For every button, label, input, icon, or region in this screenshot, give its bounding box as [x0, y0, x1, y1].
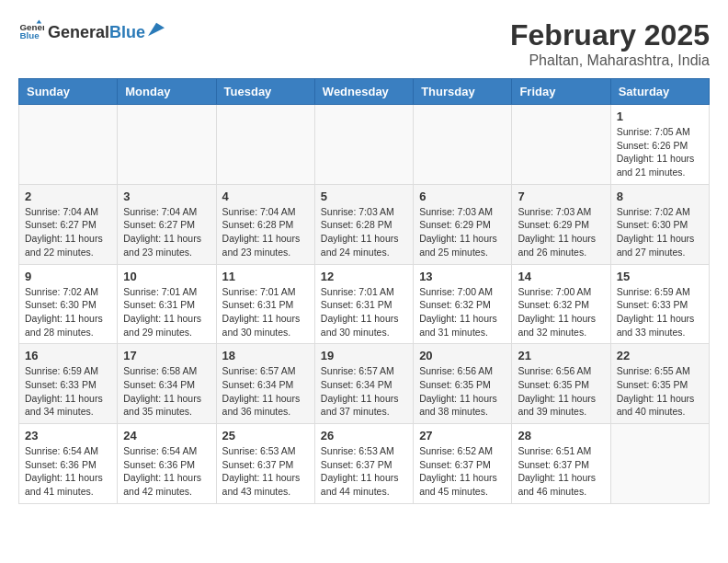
day-number: 4: [222, 190, 309, 203]
day-info: Sunrise: 6:54 AM Sunset: 6:36 PM Dayligh…: [123, 444, 210, 499]
calendar-day-cell: 25Sunrise: 6:53 AM Sunset: 6:37 PM Dayli…: [216, 424, 314, 504]
day-number: 13: [419, 270, 506, 283]
day-info: Sunrise: 7:03 AM Sunset: 6:29 PM Dayligh…: [518, 205, 604, 259]
day-info: Sunrise: 7:00 AM Sunset: 6:32 PM Dayligh…: [518, 285, 604, 339]
day-info: Sunrise: 7:00 AM Sunset: 6:32 PM Dayligh…: [419, 285, 506, 339]
day-info: Sunrise: 6:57 AM Sunset: 6:34 PM Dayligh…: [321, 364, 407, 419]
day-info: Sunrise: 7:03 AM Sunset: 6:28 PM Dayligh…: [321, 205, 407, 259]
calendar-day-cell: 5Sunrise: 7:03 AM Sunset: 6:28 PM Daylig…: [314, 184, 413, 264]
calendar-day-cell: 23Sunrise: 6:54 AM Sunset: 6:36 PM Dayli…: [19, 424, 118, 504]
calendar-day-cell: 22Sunrise: 6:55 AM Sunset: 6:35 PM Dayli…: [610, 344, 709, 424]
title-section: February 2025 Phaltan, Maharashtra, Indi…: [510, 18, 710, 69]
calendar-header-saturday: Saturday: [610, 79, 709, 105]
day-number: 12: [321, 270, 407, 283]
calendar-day-cell: 13Sunrise: 7:00 AM Sunset: 6:32 PM Dayli…: [414, 264, 512, 344]
calendar-day-cell: [314, 105, 413, 185]
calendar-day-cell: [118, 105, 216, 185]
day-info: Sunrise: 7:03 AM Sunset: 6:29 PM Dayligh…: [419, 205, 506, 259]
day-number: 8: [617, 190, 703, 203]
calendar-header-row: SundayMondayTuesdayWednesdayThursdayFrid…: [19, 79, 710, 105]
day-number: 6: [419, 190, 506, 203]
calendar-day-cell: 19Sunrise: 6:57 AM Sunset: 6:34 PM Dayli…: [314, 344, 413, 424]
day-number: 7: [518, 190, 604, 203]
logo-blue: Blue: [109, 23, 145, 42]
calendar-day-cell: [414, 105, 512, 185]
calendar-day-cell: [610, 424, 709, 504]
day-number: 21: [518, 349, 604, 362]
day-number: 15: [617, 270, 703, 283]
svg-text:Blue: Blue: [19, 30, 40, 40]
calendar-day-cell: 15Sunrise: 6:59 AM Sunset: 6:33 PM Dayli…: [610, 264, 709, 344]
day-info: Sunrise: 7:01 AM Sunset: 6:31 PM Dayligh…: [123, 285, 210, 339]
day-number: 24: [123, 429, 210, 442]
calendar-day-cell: 7Sunrise: 7:03 AM Sunset: 6:29 PM Daylig…: [512, 184, 610, 264]
calendar-day-cell: 14Sunrise: 7:00 AM Sunset: 6:32 PM Dayli…: [512, 264, 610, 344]
day-number: 9: [25, 270, 111, 283]
day-info: Sunrise: 6:56 AM Sunset: 6:35 PM Dayligh…: [518, 364, 604, 419]
day-number: 20: [419, 349, 506, 362]
calendar-day-cell: 2Sunrise: 7:04 AM Sunset: 6:27 PM Daylig…: [19, 184, 118, 264]
calendar-day-cell: 8Sunrise: 7:02 AM Sunset: 6:30 PM Daylig…: [610, 184, 709, 264]
calendar-day-cell: [512, 105, 610, 185]
day-info: Sunrise: 7:04 AM Sunset: 6:28 PM Dayligh…: [222, 205, 309, 259]
calendar-day-cell: 1Sunrise: 7:05 AM Sunset: 6:26 PM Daylig…: [610, 105, 709, 185]
calendar-week-row: 1Sunrise: 7:05 AM Sunset: 6:26 PM Daylig…: [19, 105, 710, 185]
calendar-day-cell: 12Sunrise: 7:01 AM Sunset: 6:31 PM Dayli…: [314, 264, 413, 344]
calendar-header-friday: Friday: [512, 79, 610, 105]
day-number: 26: [321, 429, 407, 442]
day-number: 3: [123, 190, 210, 203]
day-info: Sunrise: 6:59 AM Sunset: 6:33 PM Dayligh…: [617, 285, 703, 339]
calendar-week-row: 2Sunrise: 7:04 AM Sunset: 6:27 PM Daylig…: [19, 184, 710, 264]
day-number: 14: [518, 270, 604, 283]
calendar-day-cell: 26Sunrise: 6:53 AM Sunset: 6:37 PM Dayli…: [314, 424, 413, 504]
day-number: 28: [518, 429, 604, 442]
calendar-header-sunday: Sunday: [19, 79, 118, 105]
day-info: Sunrise: 6:57 AM Sunset: 6:34 PM Dayligh…: [222, 364, 309, 419]
day-number: 18: [222, 349, 309, 362]
day-info: Sunrise: 7:01 AM Sunset: 6:31 PM Dayligh…: [222, 285, 309, 339]
day-number: 16: [25, 349, 111, 362]
day-info: Sunrise: 6:53 AM Sunset: 6:37 PM Dayligh…: [222, 444, 309, 499]
calendar-header-thursday: Thursday: [414, 79, 512, 105]
day-number: 1: [617, 109, 703, 123]
day-number: 22: [617, 349, 703, 362]
calendar-week-row: 9Sunrise: 7:02 AM Sunset: 6:30 PM Daylig…: [19, 264, 710, 344]
calendar-day-cell: 17Sunrise: 6:58 AM Sunset: 6:34 PM Dayli…: [118, 344, 216, 424]
calendar-day-cell: 3Sunrise: 7:04 AM Sunset: 6:27 PM Daylig…: [118, 184, 216, 264]
day-info: Sunrise: 7:02 AM Sunset: 6:30 PM Dayligh…: [25, 285, 111, 339]
calendar-day-cell: 24Sunrise: 6:54 AM Sunset: 6:36 PM Dayli…: [118, 424, 216, 504]
day-info: Sunrise: 7:04 AM Sunset: 6:27 PM Dayligh…: [123, 205, 210, 259]
day-info: Sunrise: 6:55 AM Sunset: 6:35 PM Dayligh…: [617, 364, 703, 419]
calendar-day-cell: 18Sunrise: 6:57 AM Sunset: 6:34 PM Dayli…: [216, 344, 314, 424]
calendar-day-cell: 11Sunrise: 7:01 AM Sunset: 6:31 PM Dayli…: [216, 264, 314, 344]
calendar-day-cell: 16Sunrise: 6:59 AM Sunset: 6:33 PM Dayli…: [19, 344, 118, 424]
calendar-day-cell: 21Sunrise: 6:56 AM Sunset: 6:35 PM Dayli…: [512, 344, 610, 424]
day-info: Sunrise: 6:52 AM Sunset: 6:37 PM Dayligh…: [419, 444, 506, 499]
day-number: 10: [123, 270, 210, 283]
calendar-header-tuesday: Tuesday: [216, 79, 314, 105]
calendar-week-row: 16Sunrise: 6:59 AM Sunset: 6:33 PM Dayli…: [19, 344, 710, 424]
calendar-day-cell: [216, 105, 314, 185]
day-number: 19: [321, 349, 407, 362]
day-number: 25: [222, 429, 309, 442]
day-info: Sunrise: 7:01 AM Sunset: 6:31 PM Dayligh…: [321, 285, 407, 339]
day-info: Sunrise: 6:58 AM Sunset: 6:34 PM Dayligh…: [123, 364, 210, 419]
day-info: Sunrise: 7:05 AM Sunset: 6:26 PM Dayligh…: [617, 125, 703, 179]
day-info: Sunrise: 6:59 AM Sunset: 6:33 PM Dayligh…: [25, 364, 111, 419]
month-title: February 2025: [510, 18, 710, 52]
day-number: 17: [123, 349, 210, 362]
calendar-day-cell: 20Sunrise: 6:56 AM Sunset: 6:35 PM Dayli…: [414, 344, 512, 424]
calendar-header-monday: Monday: [118, 79, 216, 105]
day-number: 2: [25, 190, 111, 203]
location-title: Phaltan, Maharashtra, India: [510, 52, 710, 69]
day-info: Sunrise: 7:02 AM Sunset: 6:30 PM Dayligh…: [617, 205, 703, 259]
logo-general: General: [48, 23, 109, 42]
page-header: General Blue GeneralBlue February 2025 P…: [18, 18, 710, 69]
day-number: 27: [419, 429, 506, 442]
calendar-week-row: 23Sunrise: 6:54 AM Sunset: 6:36 PM Dayli…: [19, 424, 710, 504]
calendar-day-cell: 28Sunrise: 6:51 AM Sunset: 6:37 PM Dayli…: [512, 424, 610, 504]
calendar-day-cell: 27Sunrise: 6:52 AM Sunset: 6:37 PM Dayli…: [414, 424, 512, 504]
logo-icon: General Blue: [18, 18, 44, 44]
day-number: 5: [321, 190, 407, 203]
svg-marker-3: [148, 22, 165, 35]
